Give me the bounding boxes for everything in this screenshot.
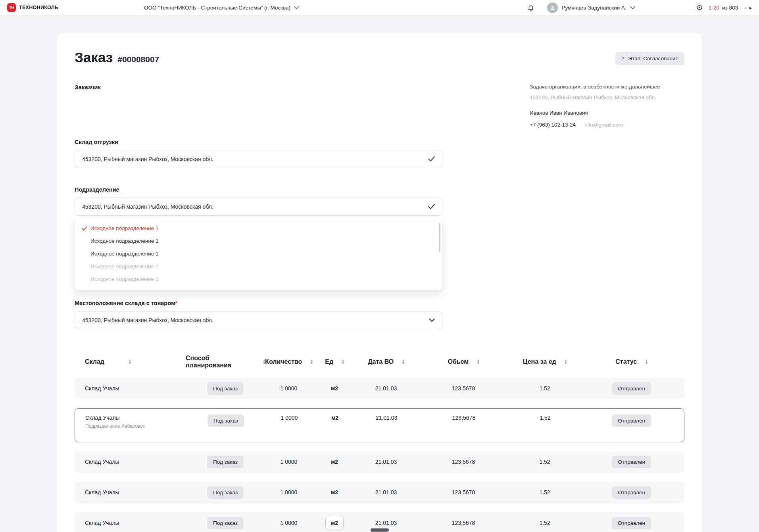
cell-volume: 123,5678 — [416, 459, 511, 465]
shipping-warehouse-value: 453200, Рыбный магазин Рыбхоз, Московска… — [82, 156, 213, 162]
dropdown-option: Исходное подразделение 1 — [75, 273, 442, 286]
sort-icon[interactable]: ▴▾ — [646, 359, 648, 365]
division-label: Подразделение — [75, 186, 442, 193]
sort-icon[interactable]: ▴▾ — [402, 359, 404, 365]
pagination-total: из 803 — [722, 5, 738, 11]
cell-planning: Под заказ — [186, 382, 265, 395]
dropdown-option[interactable]: Исходное подразделение 1 — [75, 235, 442, 248]
dropdown-option-label: Исходное подразделение 1 — [90, 263, 159, 269]
main: Заказ #00008007 2 Этап: Согласование Зак… — [0, 15, 759, 532]
col-header-planning: Способ планирования▴▾ — [186, 355, 265, 369]
cell-volume: 123,5678 — [416, 415, 511, 421]
dropdown-option-label: Исходное подразделение 1 — [90, 238, 159, 244]
cell-price: 1.52 — [511, 385, 578, 392]
customer-org-line2: 453200, Рыбный магазин Рыбхоз, Московска… — [530, 94, 684, 101]
customer-contact-row: +7 (963) 102-13-24 info@gmail.com — [530, 122, 684, 129]
pagination-range: 1-20 — [709, 5, 719, 11]
division-input[interactable]: 453200, Рыбный магазин Рыбхоз, Московска… — [75, 198, 442, 216]
status-badge: Отправлен — [612, 517, 651, 529]
unit-value: м2 — [331, 489, 338, 496]
cell-date: 21.01.03 — [356, 520, 416, 526]
dropdown-option-label: Исходное подразделение 1 — [90, 251, 159, 257]
cell-volume: 123,5678 — [416, 385, 511, 392]
settings-button[interactable]: ⚙ — [696, 3, 703, 12]
unit-value: м2 — [331, 415, 338, 421]
brand-logo-icon: ТН — [7, 3, 16, 12]
customer-section: Заказчик Задача организации, в особеннос… — [75, 84, 684, 129]
pagination-prev-button[interactable]: ◂ — [744, 5, 747, 11]
dropdown-option: Исходное подразделение 1 — [75, 260, 442, 273]
person-icon — [550, 5, 555, 11]
cell-price: 1.52 — [511, 459, 578, 465]
customer-section-label: Заказчик — [75, 84, 101, 129]
planning-badge: Под заказ — [207, 486, 244, 499]
cell-volume: 123,5678 — [416, 520, 511, 526]
unit-value: м2 — [331, 459, 338, 465]
customer-email: info@gmail.com — [584, 122, 623, 129]
table-row[interactable]: Склад Учалы Под заказ 1 0000 м2 21.01.03… — [75, 482, 684, 503]
cell-quantity: 1 0000 — [265, 520, 313, 526]
card-header: Заказ #00008007 2 Этап: Согласование — [75, 50, 684, 65]
unit-value: м2 — [331, 385, 338, 392]
col-header-price: Цена за ед▴▾ — [511, 358, 578, 365]
status-badge: Отправлен — [612, 415, 651, 427]
shipping-warehouse-input[interactable]: 453200, Рыбный магазин Рыбхоз, Московска… — [75, 150, 442, 168]
avatar — [547, 2, 558, 13]
stock-location-select[interactable]: 453200, Рыбный магазин Рыбхоз, Московска… — [75, 311, 442, 329]
order-items-table: Склад▴▾ Способ планирования▴▾ Количество… — [75, 355, 684, 532]
page: ТН ТЕХНОНИКОЛЬ ООО “ТехноНИКОЛЬ - Строит… — [0, 0, 759, 532]
cell-quantity: 1 0000 — [265, 459, 313, 465]
warehouse-sublabel: Подразделение Хабаровск — [85, 423, 145, 429]
table-header: Склад▴▾ Способ планирования▴▾ Количество… — [75, 355, 684, 368]
table-row[interactable]: Склад Учалы Под заказ 1 0000 м2 21.01.03… — [75, 378, 684, 399]
topbar: ТН ТЕХНОНИКОЛЬ ООО “ТехноНИКОЛЬ - Строит… — [0, 0, 759, 15]
cell-price: 1.52 — [511, 520, 578, 526]
field-division: Подразделение 453200, Рыбный магазин Рыб… — [75, 186, 442, 290]
table-row[interactable]: Склад Учалы Под заказ 1 0000 м2 21.01.03… — [75, 451, 684, 473]
dropdown-scrollbar[interactable] — [439, 223, 440, 252]
stage-label: Этап: Согласование — [628, 56, 678, 61]
sort-icon[interactable]: ▴▾ — [129, 359, 131, 365]
sort-icon[interactable]: ▴▾ — [342, 359, 344, 365]
notifications-button[interactable] — [527, 4, 534, 12]
col-header-warehouse: Склад▴▾ — [75, 358, 186, 365]
chevron-left-icon: ◂ — [744, 5, 747, 11]
dropdown-option[interactable]: Исходное подразделение 1 — [75, 222, 442, 235]
division-dropdown: Исходное подразделение 1 Исходное подраз… — [75, 217, 442, 290]
division-value: 453200, Рыбный магазин Рыбхоз, Московска… — [82, 204, 213, 210]
cell-date: 21.01.03 — [356, 459, 416, 465]
cell-planning: Под заказ — [186, 456, 265, 468]
order-number: #00008007 — [117, 55, 159, 64]
field-stock-location: Местоположение склада с товаром* 453200,… — [75, 300, 442, 329]
cell-date: 21.01.03 — [357, 415, 416, 421]
sort-icon[interactable]: ▴▾ — [477, 359, 479, 365]
pagination-next-button[interactable]: ▸ — [749, 5, 752, 11]
check-icon — [428, 156, 435, 161]
cell-unit: м2 — [313, 385, 356, 392]
required-asterisk: * — [175, 300, 178, 306]
cell-status: Отправлен — [579, 415, 684, 427]
org-selector[interactable]: ООО “ТехноНИКОЛЬ - Строительные Системы”… — [142, 0, 302, 15]
col-header-unit: Ед▴▾ — [313, 358, 356, 365]
cell-price: 1.52 — [511, 489, 578, 496]
col-label: Способ планирования — [186, 355, 254, 369]
col-label: Дата ВО — [368, 358, 394, 365]
cell-unit: м2 — [313, 516, 356, 530]
sort-icon[interactable]: ▴▾ — [565, 359, 567, 365]
brand: ТН ТЕХНОНИКОЛЬ — [7, 3, 58, 12]
col-header-status: Статус▴▾ — [578, 358, 684, 365]
bottom-scrollbar-thumb[interactable] — [371, 528, 389, 532]
cell-status: Отправлен — [578, 517, 684, 529]
order-title: Заказ — [75, 50, 113, 65]
user-menu[interactable]: Румянцев-Задунайский А. — [545, 2, 637, 13]
cell-status: Отправлен — [578, 382, 684, 395]
unit-select[interactable]: м2 — [325, 516, 344, 530]
customer-org-line1: Задача организации, в особенности же дал… — [530, 84, 684, 90]
table-row-selected[interactable]: Склад Учалы Подразделение Хабаровск Под … — [75, 408, 684, 442]
stock-location-label: Местоположение склада с товаром* — [75, 300, 442, 306]
dropdown-option[interactable]: Исходное подразделение 1 — [75, 248, 442, 260]
chevron-down-icon — [294, 6, 299, 10]
cell-warehouse: Склад Учалы Подразделение Хабаровск — [75, 415, 186, 429]
customer-info: Задача организации, в особенности же дал… — [530, 84, 684, 129]
cell-unit: м2 — [313, 489, 356, 496]
